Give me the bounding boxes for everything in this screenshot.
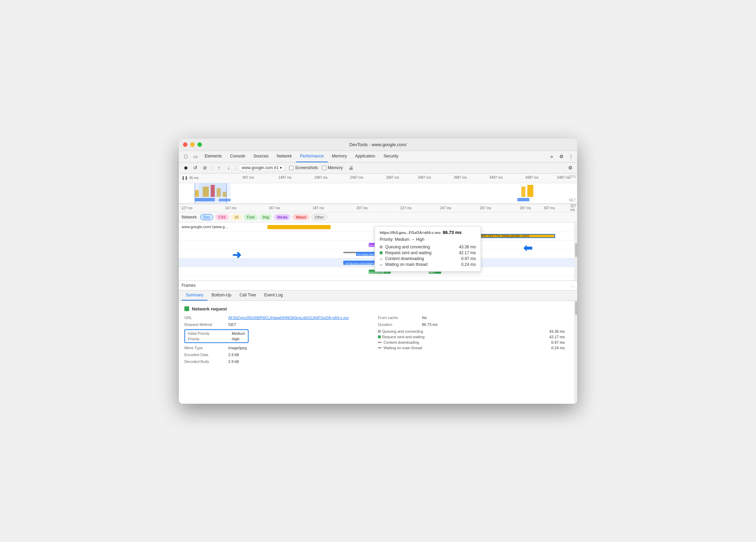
blue-arrow-right: ⬅: [523, 241, 532, 255]
ms-127: 127 ms: [181, 206, 193, 210]
ms-287: 287 ms: [520, 206, 531, 210]
more-tabs-button[interactable]: »: [548, 152, 556, 161]
queuing-sub-label: Queuing and connecting: [378, 329, 423, 333]
scrollbar-thumb[interactable]: [575, 243, 577, 257]
priority-row: Priority High: [188, 337, 245, 341]
decoded-body-row: Decoded Body 2.9 kB: [184, 360, 371, 364]
upload-button[interactable]: ↑: [215, 164, 223, 172]
ms-147: 147 ms: [225, 206, 236, 210]
content-scrollbar[interactable]: [574, 301, 577, 404]
filter-media[interactable]: Media: [274, 214, 290, 220]
ms-227: 227 ms: [400, 206, 412, 210]
filter-css[interactable]: CSS: [215, 214, 229, 220]
settings-icon[interactable]: ⚙: [557, 152, 565, 161]
request-dot: [378, 335, 381, 338]
waiting-main-sub-label: Waiting on main thread: [378, 346, 422, 350]
clear-button[interactable]: ⊘: [201, 164, 209, 172]
summary-panel: Network request URL AF2bZyivvJ92o5BiPi0C…: [179, 301, 577, 404]
filter-img[interactable]: Img: [260, 214, 272, 220]
tab-memory[interactable]: Memory: [328, 151, 351, 162]
tab-summary[interactable]: Summary: [182, 290, 207, 301]
net-chart: [179, 197, 577, 203]
waiting-label: Waiting on main thread: [385, 262, 427, 267]
tab-sources[interactable]: Sources: [249, 151, 273, 162]
tab-application[interactable]: Application: [351, 151, 379, 162]
duration-value: 86.73 ms: [422, 322, 437, 327]
tab-event-log[interactable]: Event Log: [260, 290, 287, 301]
ruler-mark-3987: 3987 ms: [454, 176, 467, 179]
waterfall-tooltip: https://lh3.goo...FGxOA=s64-c-mo 86.73 m…: [375, 226, 481, 272]
mime-type-value: image/jpeg: [228, 346, 247, 350]
summary-right: From cache No Duration 86.73 ms Queuing …: [378, 316, 572, 366]
priority-label: Priority: [188, 337, 229, 341]
ms-307: 307 ms: [543, 206, 555, 210]
toolbar-divider: [212, 165, 212, 170]
pause-indicator: ❚❚: [182, 176, 188, 180]
ruler-mark-2487: 2487 ms: [350, 176, 363, 179]
request-sent-row: Request sent and waiting 42.17 ms: [378, 335, 565, 339]
request-method-label: Request Method: [184, 322, 226, 327]
cpu-label: CPU: [569, 175, 576, 179]
tooltip-title: https://lh3.goo...FGxOA=s64-c-mo 86.73 m…: [380, 230, 476, 235]
ruler-mark-2987: 2987 ms: [386, 176, 399, 179]
from-cache-value: No: [422, 316, 427, 320]
filter-js[interactable]: JS: [231, 214, 242, 220]
svg-rect-6: [527, 185, 533, 197]
more-options-icon[interactable]: ⋮: [567, 152, 575, 161]
screenshots-checkbox[interactable]: Screenshots: [289, 165, 318, 170]
timeline-selection[interactable]: [195, 183, 227, 203]
url-value[interactable]: AF2bZyivvJ92o5BiPi0CLIHaqa5IHNOi6SrpLrbf…: [228, 316, 349, 320]
tab-console[interactable]: Console: [226, 151, 249, 162]
record-button[interactable]: ⏺: [182, 164, 190, 172]
initial-priority-label: Initial Priority: [188, 331, 229, 335]
timeline-ruler-ms[interactable]: 127 ms 147 ms 167 ms 187 ms 207 ms 227 m…: [179, 204, 577, 212]
waterfall-scrollbar[interactable]: [574, 223, 577, 281]
queuing-sub-value: 43.36 ms: [549, 329, 565, 333]
minimize-button[interactable]: [190, 142, 195, 147]
memory-icon[interactable]: 🖨: [347, 164, 355, 172]
blue-arrow-left: ➜: [232, 248, 241, 261]
filter-other[interactable]: Other: [311, 214, 327, 220]
ruler-mark-1987: 1987 ms: [314, 176, 327, 179]
tab-performance[interactable]: Performance: [296, 151, 328, 162]
ruler-mark-4487: 4487 ms: [490, 176, 503, 179]
ms-207: 207 ms: [356, 206, 368, 210]
request-icon: [380, 251, 382, 254]
close-button[interactable]: [183, 142, 187, 147]
tooltip-row-waiting: Waiting on main thread 0.24 ms: [380, 262, 476, 267]
filter-wasm[interactable]: Wasm: [293, 214, 309, 220]
timeline-tracks[interactable]: NET: [179, 183, 577, 204]
memory-checkbox[interactable]: Memory: [322, 165, 343, 170]
devtools-right-actions: » ⚙ ⋮: [548, 152, 575, 161]
download-button[interactable]: ↓: [225, 164, 233, 172]
tab-call-tree[interactable]: Call Tree: [236, 290, 260, 301]
content-scrollbar-thumb[interactable]: [575, 301, 577, 315]
tab-network[interactable]: Network: [273, 151, 296, 162]
url-selector[interactable]: www.google.com #1 ▾: [239, 164, 285, 171]
title-bar: DevTools - www.google.com/: [179, 139, 577, 151]
cursor-icon[interactable]: ⬡: [181, 152, 191, 161]
queuing-dot: [378, 330, 381, 333]
queuing-label: Queuing and connecting: [385, 245, 430, 249]
filter-doc[interactable]: Doc: [200, 214, 213, 220]
filter-font[interactable]: Font: [244, 214, 257, 220]
device-icon[interactable]: ▭: [191, 152, 201, 161]
initial-priority-value: Medium: [232, 331, 245, 335]
decoded-body-label: Decoded Body: [184, 360, 226, 364]
mime-type-label: Mime Type: [184, 346, 226, 350]
reload-button[interactable]: ↺: [191, 164, 199, 172]
section-header: Network request: [184, 306, 572, 311]
cpu-chart: [179, 183, 577, 197]
content-dash: [378, 342, 381, 343]
from-cache-label: From cache: [378, 316, 419, 320]
tab-security[interactable]: Security: [379, 151, 402, 162]
frames-more[interactable]: ...: [570, 283, 574, 288]
performance-settings-icon[interactable]: ⚙: [566, 164, 574, 172]
url-row: URL AF2bZyivvJ92o5BiPi0CLIHaqa5IHNOi6Srp…: [184, 316, 371, 320]
tab-bottom-up[interactable]: Bottom-Up: [207, 290, 235, 301]
tab-elements[interactable]: Elements: [201, 151, 226, 162]
bar-row-1: [267, 225, 331, 229]
summary-left: URL AF2bZyivvJ92o5BiPi0CLIHaqa5IHNOi6Srp…: [184, 316, 378, 366]
maximize-button[interactable]: [197, 142, 202, 147]
timeline-ruler-top[interactable]: ❚❚ 45 ms 987 ms 1487 ms 1987 ms 2487 ms …: [179, 174, 577, 183]
